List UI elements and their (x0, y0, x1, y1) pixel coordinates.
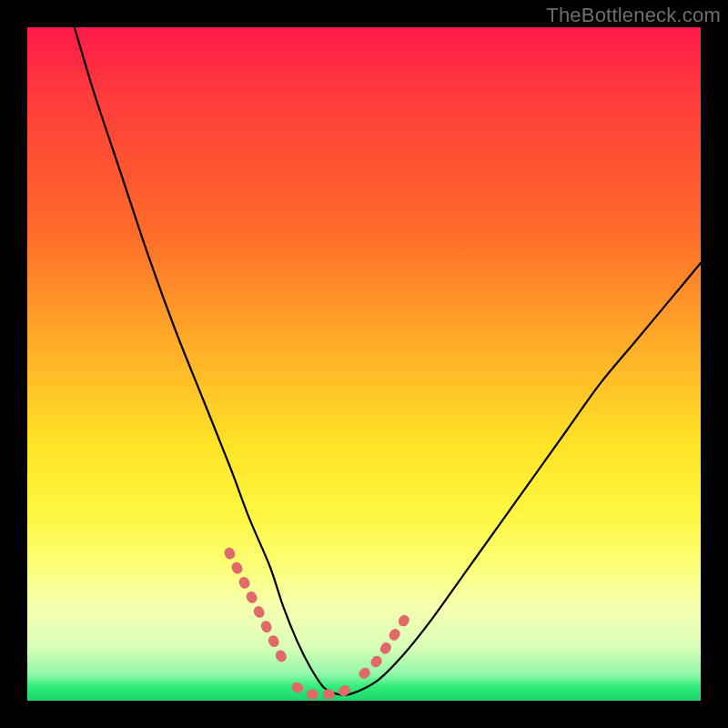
watermark-label: TheBottleneck.com (546, 4, 721, 27)
highlight-segment (364, 620, 404, 673)
plot-area (27, 27, 701, 701)
chart-frame: TheBottleneck.com (0, 0, 728, 728)
bottleneck-curve (75, 27, 701, 695)
highlight-segment (229, 552, 283, 660)
curve-layer (27, 27, 701, 701)
highlight-segments (229, 552, 404, 694)
